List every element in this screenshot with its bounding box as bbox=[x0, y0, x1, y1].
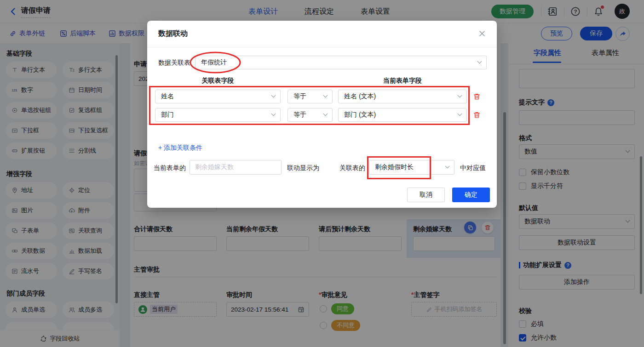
condition-left-select[interactable]: 部门 bbox=[155, 108, 281, 122]
modal-close-button[interactable] bbox=[477, 29, 487, 38]
chevron-down-icon bbox=[271, 112, 276, 116]
add-condition-link[interactable]: + 添加关联条件 bbox=[158, 144, 202, 152]
column-header-right: 当前表单字段 bbox=[338, 77, 467, 85]
chevron-down-icon bbox=[323, 93, 328, 98]
modal-header-divider bbox=[147, 47, 497, 47]
chevron-down-icon bbox=[323, 112, 328, 116]
relation-table-label: 数据关联表 bbox=[158, 59, 190, 67]
modal-title: 数据联动 bbox=[158, 29, 188, 39]
cancel-button[interactable]: 取消 bbox=[407, 188, 445, 202]
value: 姓名 (文本) bbox=[344, 92, 376, 101]
app-window: 请假申请 表单设计 流程设定 表单设置 数据管理 ? 政 表单外链 后端脚本 bbox=[0, 0, 644, 347]
value: 等于 bbox=[293, 111, 306, 119]
relation-table-select[interactable]: 年假统计 bbox=[195, 56, 487, 69]
chevron-down-icon bbox=[445, 164, 450, 169]
value: 等于 bbox=[293, 92, 306, 101]
condition-op-select[interactable]: 等于 bbox=[288, 90, 333, 103]
chevron-down-icon bbox=[458, 112, 462, 116]
value: 部门 (文本) bbox=[344, 111, 376, 119]
condition-right-select[interactable]: 姓名 (文本) bbox=[338, 90, 467, 103]
condition-op-select[interactable]: 等于 bbox=[288, 108, 333, 122]
relation-table-value: 年假统计 bbox=[201, 58, 227, 67]
chevron-down-icon bbox=[271, 93, 276, 98]
current-form-label: 当前表单的 bbox=[154, 164, 186, 172]
related-field-select[interactable]: 剩余婚假时长 bbox=[369, 160, 454, 175]
corresponding-value-label: 中对应值 bbox=[460, 164, 486, 172]
condition-right-select[interactable]: 部门 (文本) bbox=[338, 108, 467, 122]
confirm-button[interactable]: 确定 bbox=[452, 188, 490, 202]
data-linkage-modal: 数据联动 数据关联表 年假统计 关联表字段 当前表单字段 姓名 等于 姓名 (文… bbox=[147, 21, 497, 208]
value: 部门 bbox=[161, 111, 174, 119]
column-header-left: 关联表字段 bbox=[155, 77, 281, 85]
display-as-label: 联动显示为 bbox=[287, 164, 319, 172]
trash-icon bbox=[473, 92, 481, 101]
related-table-label: 关联表的 bbox=[339, 164, 365, 172]
delete-condition-button[interactable] bbox=[473, 92, 481, 101]
current-field-input[interactable]: 剩余婚嫁天数 bbox=[190, 160, 282, 175]
trash-icon bbox=[473, 111, 481, 119]
value: 姓名 bbox=[161, 92, 174, 101]
related-field-value: 剩余婚假时长 bbox=[375, 163, 414, 171]
close-icon bbox=[477, 29, 487, 38]
chevron-down-icon bbox=[458, 93, 462, 98]
chevron-down-icon bbox=[477, 59, 482, 64]
delete-condition-button[interactable] bbox=[473, 111, 481, 119]
condition-left-select[interactable]: 姓名 bbox=[155, 90, 281, 103]
